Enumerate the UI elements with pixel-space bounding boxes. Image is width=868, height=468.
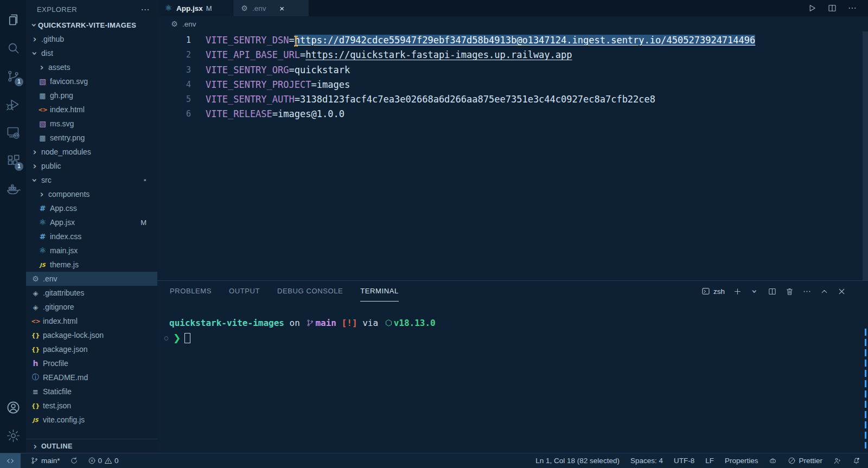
status-indentation[interactable]: Spaces: 4	[630, 457, 663, 465]
tree-item-index.css[interactable]: #index.css	[26, 229, 157, 243]
tree-item-gh.png[interactable]: ▦gh.png	[26, 88, 157, 102]
tree-item-label: index.html	[50, 105, 85, 114]
tree-item-App.css[interactable]: #App.css	[26, 201, 157, 215]
tab-App.jsx[interactable]: ⚛App.jsxM	[157, 0, 233, 16]
status-formatter[interactable]: Prettier	[788, 457, 822, 465]
tree-item-package-lock.json[interactable]: {}package-lock.json	[26, 328, 157, 342]
git-file-icon: ◈	[31, 303, 40, 312]
tab-label: .env	[252, 4, 266, 12]
project-root-folder[interactable]: › QUICKSTARK-VITE-IMAGES	[26, 18, 157, 32]
code-editor[interactable]: 1VITE_SENTRY_DSN=https://d7942cdce55947f…	[157, 31, 868, 280]
env-key: VITE_SENTRY_DSN	[206, 35, 289, 46]
status-sync[interactable]	[70, 457, 78, 465]
tree-item-.gitignore[interactable]: ◈.gitignore	[26, 300, 157, 314]
files-icon	[6, 12, 21, 27]
status-eol[interactable]: LF	[705, 457, 714, 465]
kill-terminal-button[interactable]	[785, 287, 794, 296]
line-number: 6	[157, 107, 191, 121]
new-terminal-button[interactable]	[733, 287, 742, 296]
status-language-mode[interactable]: Properties	[725, 457, 758, 465]
status-feedback[interactable]	[833, 457, 841, 465]
tree-item-theme.js[interactable]: JStheme.js	[26, 258, 157, 272]
activity-settings[interactable]	[0, 421, 26, 450]
tree-item-Staticfile[interactable]: ≡Staticfile	[26, 384, 157, 399]
breadcrumb[interactable]: ⚙ .env	[157, 16, 868, 31]
tree-item-label: ms.svg	[50, 119, 74, 128]
maximize-panel-button[interactable]	[820, 287, 829, 296]
tree-item-.gitattributes[interactable]: ◈.gitattributes	[26, 286, 157, 300]
status-remote[interactable]	[0, 453, 21, 468]
line-number: 1	[157, 33, 191, 48]
panel-tab-debug-console[interactable]: DEBUG CONSOLE	[277, 281, 343, 302]
tree-item-label: main.jsx	[50, 246, 78, 255]
status-copilot[interactable]	[769, 457, 777, 465]
chevron-down-icon: ›	[30, 176, 40, 184]
vscode-window: 11 EXPLORER ⋯ › QUICKSTARK-VITE-IMAGES ›…	[0, 0, 868, 468]
activity-docker[interactable]	[0, 175, 26, 203]
panel-tab-terminal[interactable]: TERMINAL	[360, 281, 399, 302]
activity-explorer[interactable]	[0, 5, 26, 34]
code-line-1[interactable]: 1VITE_SENTRY_DSN=https://d7942cdce55947f…	[157, 33, 868, 48]
tree-item-node_modules[interactable]: ›node_modules	[26, 145, 157, 159]
split-editor-button[interactable]	[827, 3, 837, 13]
terminal[interactable]: quickstark-vite-images on main [!] via v…	[157, 302, 868, 453]
tree-item-.github[interactable]: ›.github	[26, 32, 157, 46]
tree-item-App.jsx[interactable]: ⚛App.jsxM	[26, 215, 157, 229]
status-notifications[interactable]	[852, 457, 860, 465]
activity-remote-explorer[interactable]	[0, 118, 26, 146]
tree-item-sentry.png[interactable]: ▦sentry.png	[26, 131, 157, 145]
status-encoding[interactable]: UTF-8	[674, 457, 694, 465]
code-line-2[interactable]: 2VITE_API_BASE_URL=https://quickstark-fa…	[157, 48, 868, 62]
activity-extensions[interactable]: 1	[0, 146, 26, 175]
tab-.env[interactable]: ⚙.env×	[233, 0, 309, 16]
tree-item-components[interactable]: ›components	[26, 187, 157, 201]
panel-tab-problems[interactable]: PROBLEMS	[170, 281, 212, 302]
run-button[interactable]	[807, 3, 817, 13]
activity-run-debug[interactable]	[0, 90, 26, 118]
panel-toolbar: ›	[733, 287, 846, 296]
svg-file-icon: ▧	[38, 77, 47, 86]
tree-item-assets[interactable]: ›assets	[26, 60, 157, 74]
explorer-more-icon[interactable]: ⋯	[141, 4, 150, 15]
tree-item-favicon.svg[interactable]: ▧favicon.svg	[26, 74, 157, 88]
activity-search[interactable]	[0, 34, 26, 62]
outline-section[interactable]: › OUTLINE	[26, 439, 157, 453]
code-line-4[interactable]: 4VITE_SENTRY_PROJECT=images	[157, 78, 868, 92]
tree-item-test.json[interactable]: {}test.json	[26, 399, 157, 413]
code-line-6[interactable]: 6VITE_RELEASE=images@1.0.0	[157, 107, 868, 121]
tree-item-.env[interactable]: ⚙.env	[26, 272, 157, 286]
tree-item-index.html[interactable]: <>index.html	[26, 314, 157, 328]
tree-item-ms.svg[interactable]: ▧ms.svg	[26, 117, 157, 131]
terminal-dropdown-button[interactable]: ›	[750, 287, 760, 296]
sidebar-header: EXPLORER ⋯	[26, 0, 157, 18]
status-cursor-position[interactable]: Ln 1, Col 18 (82 selected)	[535, 457, 620, 465]
close-icon[interactable]: ×	[277, 3, 287, 13]
panel-tab-output[interactable]: OUTPUT	[229, 281, 260, 302]
prompt-segment: quickstark-vite-images	[169, 318, 284, 328]
code-line-3[interactable]: 3VITE_SENTRY_ORG=quickstark	[157, 63, 868, 78]
tree-item-label: package-lock.json	[43, 331, 104, 339]
split-terminal-button[interactable]	[768, 287, 777, 296]
tree-item-Procfile[interactable]: hProcfile	[26, 356, 157, 370]
more-actions-button[interactable]	[802, 287, 812, 296]
activity-source-control[interactable]: 1	[0, 62, 26, 90]
close-panel-button[interactable]	[837, 287, 846, 296]
status-problems[interactable]: 00	[88, 457, 119, 465]
tree-item-vite.config.js[interactable]: JSvite.config.js	[26, 413, 157, 427]
tree-item-public[interactable]: ›public	[26, 159, 157, 173]
status-branch[interactable]: main*	[30, 457, 60, 465]
tree-item-dist[interactable]: ›dist	[26, 46, 157, 60]
code-line-5[interactable]: 5VITE_SENTRY_AUTH=3138d123facf4c7ea3e026…	[157, 92, 868, 107]
env-value: images	[317, 79, 350, 90]
tree-item-label: sentry.png	[50, 133, 85, 142]
activity-account[interactable]	[0, 393, 26, 421]
more-actions-button[interactable]	[847, 3, 857, 13]
tree-item-main.jsx[interactable]: ⚛main.jsx	[26, 243, 157, 258]
tree-item-index.html[interactable]: <>index.html	[26, 102, 157, 117]
terminal-shell-selector[interactable]: zsh	[701, 287, 725, 296]
feedback-icon	[833, 457, 841, 465]
editor-scrollbar[interactable]	[863, 31, 868, 280]
tree-item-README.md[interactable]: ⓘREADME.md	[26, 370, 157, 384]
tree-item-src[interactable]: ›src●	[26, 173, 157, 187]
tree-item-package.json[interactable]: {}package.json	[26, 342, 157, 356]
